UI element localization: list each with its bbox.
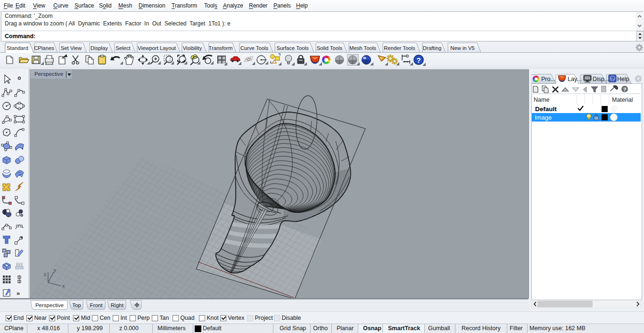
svg-text:Transform: Transform <box>208 45 232 51</box>
svg-text:?: ? <box>416 56 421 64</box>
svg-text:z: z <box>44 272 46 277</box>
svg-text:Help: Help <box>617 76 629 82</box>
svg-text:?: ? <box>611 76 614 81</box>
svg-text:Image: Image <box>535 114 552 121</box>
svg-text:Select: Select <box>116 45 131 51</box>
svg-text:?: ? <box>623 87 627 92</box>
svg-text:Lay...: Lay... <box>568 76 582 82</box>
svg-text:Solid Tools: Solid Tools <box>317 45 343 51</box>
svg-text:Standard: Standard <box>7 45 28 51</box>
svg-text:New in V5: New in V5 <box>450 45 475 51</box>
svg-text:Viewport Layout: Viewport Layout <box>138 45 176 51</box>
svg-text:Pro...: Pro... <box>541 76 555 82</box>
svg-text:CPlanes: CPlanes <box>34 45 54 51</box>
svg-text:Material: Material <box>612 97 633 103</box>
svg-text:x: x <box>62 284 65 289</box>
svg-text:y: y <box>54 268 56 273</box>
svg-text:Mesh Tools: Mesh Tools <box>349 45 376 51</box>
svg-text:Disp...: Disp... <box>593 76 609 82</box>
svg-text:Render Tools: Render Tools <box>384 45 415 51</box>
svg-text:Display: Display <box>91 45 108 51</box>
svg-text:Perspective: Perspective <box>35 302 64 308</box>
svg-text:Curve Tools: Curve Tools <box>240 45 269 51</box>
svg-text:Default: Default <box>535 106 557 113</box>
svg-text:Set View: Set View <box>61 45 82 51</box>
svg-text:Name: Name <box>534 97 549 103</box>
svg-text:Right: Right <box>111 302 124 308</box>
svg-text:»: » <box>17 290 20 297</box>
svg-text:Visibility: Visibility <box>183 45 202 51</box>
svg-text:Surface Tools: Surface Tools <box>276 45 309 51</box>
svg-text:Top: Top <box>72 302 81 308</box>
svg-text:Drafting: Drafting <box>423 45 442 51</box>
svg-text:Front: Front <box>90 302 103 308</box>
